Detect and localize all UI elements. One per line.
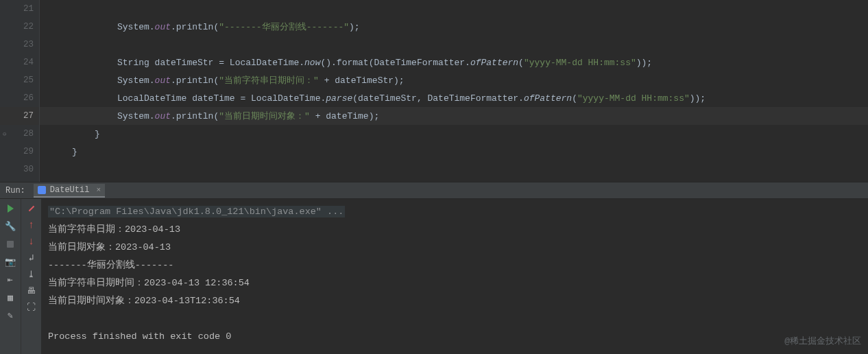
code-line[interactable]: } <box>40 143 868 161</box>
line-gutter: 2122232425262728⊖2930 <box>0 0 40 182</box>
code-line[interactable] <box>40 161 868 178</box>
watermark-text: @稀土掘金技术社区 <box>784 335 861 347</box>
console-line: 当前日期时间对象：2023-04-13T12:36:54 <box>48 292 861 310</box>
console-line: 当前日期对象：2023-04-13 <box>48 239 861 257</box>
run-icon[interactable] <box>5 203 16 214</box>
console-output[interactable]: "C:\Program Files\Java\jdk1.8.0_121\bin\… <box>41 199 868 354</box>
run-toolbar: Run: DateUtil × <box>0 182 868 199</box>
line-number: 26 <box>0 89 39 107</box>
code-line[interactable]: String dateTimeStr = LocalDateTime.now()… <box>40 54 868 71</box>
line-number: 30 <box>0 161 39 178</box>
wrench-icon[interactable]: 🔧 <box>5 221 16 232</box>
code-line[interactable]: System.out.println("当前日期时间对象：" + dateTim… <box>40 107 868 125</box>
console-toolbar-left: 🔧 📷 ⇤ ▦ ✎ <box>0 199 21 354</box>
exit-icon[interactable]: ⇤ <box>5 274 16 285</box>
console-line: 当前字符串日期时间：2023-04-13 12:36:54 <box>48 274 861 292</box>
camera-icon[interactable]: 📷 <box>5 257 16 268</box>
pencil-icon[interactable] <box>26 203 37 214</box>
scroll-icon[interactable]: ⤓ <box>26 269 37 280</box>
run-tab-name: DateUtil <box>50 185 90 195</box>
java-file-icon <box>38 186 46 194</box>
code-line[interactable] <box>40 0 868 18</box>
edit-icon[interactable]: ✎ <box>5 310 16 321</box>
console-line: -------华丽分割线------- <box>48 257 861 274</box>
run-label: Run: <box>5 186 25 196</box>
layout-icon[interactable]: ▦ <box>5 292 16 303</box>
arrow-up-icon[interactable]: ↑ <box>26 220 37 231</box>
run-tab[interactable]: DateUtil × <box>34 184 105 198</box>
line-number: 27 <box>0 107 39 125</box>
print-icon[interactable]: 🖶 <box>26 285 37 296</box>
code-line[interactable]: } <box>40 125 868 143</box>
line-number: 21 <box>0 0 39 18</box>
code-line[interactable]: System.out.println("-------华丽分割线-------"… <box>40 18 868 36</box>
console-panel: 🔧 📷 ⇤ ▦ ✎ ↑ ↓ ↲ ⤓ 🖶 ⛶ "C:\Program Files\… <box>0 199 868 354</box>
soft-wrap-icon[interactable]: ↲ <box>26 252 37 263</box>
filter-icon[interactable]: ⛶ <box>26 302 37 313</box>
line-number: 24 <box>0 54 39 71</box>
close-icon[interactable]: × <box>96 186 101 194</box>
console-line <box>48 310 861 328</box>
line-number: 25 <box>0 71 39 89</box>
line-number: 22 <box>0 18 39 36</box>
line-number: 23 <box>0 36 39 54</box>
console-toolbar-right: ↑ ↓ ↲ ⤓ 🖶 ⛶ <box>21 199 41 354</box>
console-line: Process finished with exit code 0 <box>48 328 861 346</box>
line-number: 29 <box>0 143 39 161</box>
code-line[interactable]: System.out.println("当前字符串日期时间：" + dateTi… <box>40 71 868 89</box>
console-command: "C:\Program Files\Java\jdk1.8.0_121\bin\… <box>48 206 345 217</box>
arrow-down-icon[interactable]: ↓ <box>26 236 37 247</box>
console-line: 当前字符串日期：2023-04-13 <box>48 221 861 239</box>
stop-icon[interactable] <box>5 239 16 250</box>
code-line[interactable]: LocalDateTime dateTime = LocalDateTime.p… <box>40 89 868 107</box>
line-number: 28⊖ <box>0 125 39 143</box>
code-area[interactable]: System.out.println("-------华丽分割线-------"… <box>40 0 868 182</box>
code-line[interactable] <box>40 36 868 54</box>
code-editor[interactable]: 2122232425262728⊖2930 System.out.println… <box>0 0 868 182</box>
